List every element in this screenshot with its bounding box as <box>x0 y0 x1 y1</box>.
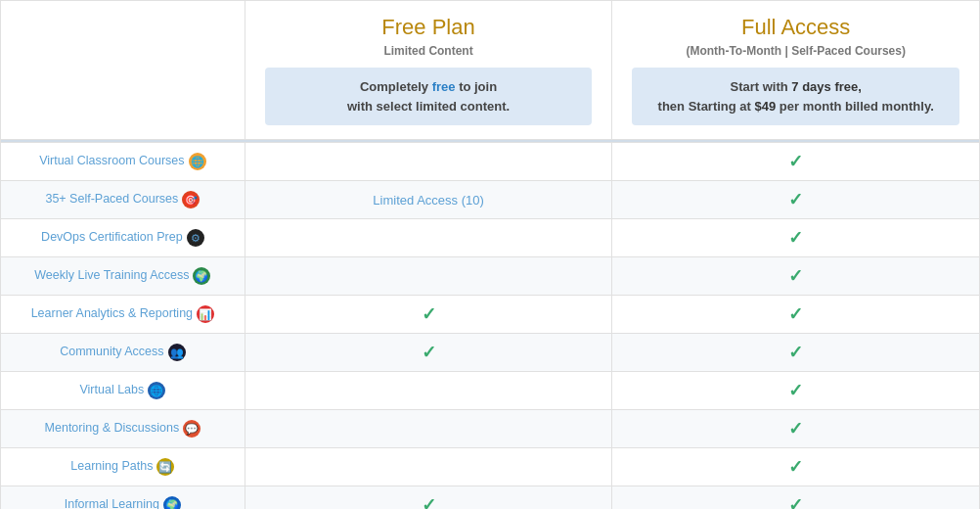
free-plan-header: Free Plan Limited Content Completely fre… <box>245 1 612 140</box>
full-plan-cell: ✓ <box>612 372 980 410</box>
full-plan-subtitle: (Month-To-Month | Self-Paced Courses) <box>632 44 959 58</box>
feature-label: Weekly Live Training Access <box>34 268 189 282</box>
feature-name-cell: Community Access👥 <box>1 334 245 372</box>
feature-name-cell: 35+ Self-Paced Courses🎯 <box>1 181 245 219</box>
full-plan-cell: ✓ <box>612 219 980 257</box>
feature-label: Mentoring & Discussions <box>45 421 180 435</box>
table-row: Virtual Classroom Courses🌐✓ <box>1 143 980 181</box>
feature-label: Virtual Labs <box>79 383 144 396</box>
checkmark: ✓ <box>788 457 803 477</box>
feature-name-cell: Learner Analytics & Reporting📊 <box>1 296 245 334</box>
feature-label: Learner Analytics & Reporting <box>31 306 193 320</box>
free-plan-cell <box>245 257 612 296</box>
full-plan-cell: ✓ <box>612 296 980 334</box>
checkmark: ✓ <box>422 304 436 324</box>
feature-icon: 💬 <box>183 420 200 438</box>
checkmark: ✓ <box>788 228 803 248</box>
feature-label: Informal Learning <box>65 497 159 509</box>
checkmark: ✓ <box>422 343 436 362</box>
checkmark: ✓ <box>788 304 803 324</box>
free-highlight-free-word: free <box>432 79 456 94</box>
checkmark: ✓ <box>788 495 803 509</box>
free-plan-subtitle: Limited Content <box>265 44 593 58</box>
feature-icon: 🎯 <box>182 191 200 208</box>
table-row: DevOps Certification Prep⚙✓ <box>1 219 980 257</box>
checkmark: ✓ <box>788 152 803 171</box>
free-plan-highlight: Completely free to joinwith select limit… <box>265 68 593 125</box>
feature-icon: 🔄 <box>156 458 174 476</box>
feature-icon: 📊 <box>197 305 214 323</box>
full-plan-cell: ✓ <box>612 486 980 510</box>
full-plan-cell: ✓ <box>612 334 980 372</box>
feature-name-cell: Weekly Live Training Access🌍 <box>1 257 245 296</box>
table-row: Weekly Live Training Access🌍✓ <box>1 257 980 296</box>
full-plan-cell: ✓ <box>612 181 980 219</box>
table-row: Mentoring & Discussions💬✓ <box>1 410 980 448</box>
full-plan-cell: ✓ <box>612 257 980 296</box>
feature-icon: ⚙ <box>187 229 204 247</box>
checkmark: ✓ <box>788 266 803 286</box>
full-highlight-days: 7 days free, <box>791 79 862 94</box>
feature-label: Learning Paths <box>70 459 153 473</box>
feature-header-empty <box>1 1 245 140</box>
checkmark: ✓ <box>788 343 803 362</box>
feature-label: Community Access <box>60 345 163 358</box>
free-plan-cell <box>245 372 612 410</box>
feature-label: Virtual Classroom Courses <box>39 154 184 167</box>
free-plan-title: Free Plan <box>265 15 593 40</box>
full-highlight-price: $49 <box>755 99 777 114</box>
table-row: Informal Learning🌍✓✓ <box>1 486 980 510</box>
table-row: Virtual Labs🌐✓ <box>1 372 980 410</box>
free-plan-cell: ✓ <box>245 486 612 510</box>
feature-name-cell: Virtual Labs🌐 <box>1 372 245 410</box>
table-row: Community Access👥✓✓ <box>1 334 980 372</box>
feature-name-cell: Learning Paths🔄 <box>1 448 245 486</box>
feature-icon: 🌍 <box>193 267 210 285</box>
feature-icon: 👥 <box>168 344 186 361</box>
feature-icon: 🌐 <box>148 382 165 399</box>
free-plan-cell <box>245 143 612 181</box>
checkmark: ✓ <box>422 495 436 509</box>
table-row: Learning Paths🔄✓ <box>1 448 980 486</box>
feature-label: 35+ Self-Paced Courses <box>45 192 178 206</box>
feature-name-cell: Virtual Classroom Courses🌐 <box>1 143 245 181</box>
full-plan-cell: ✓ <box>612 143 980 181</box>
free-plan-cell <box>245 448 612 486</box>
free-plan-cell <box>245 410 612 448</box>
full-plan-cell: ✓ <box>612 448 980 486</box>
free-plan-cell: ✓ <box>245 334 612 372</box>
pricing-table: Free Plan Limited Content Completely fre… <box>0 0 980 509</box>
feature-name-cell: Mentoring & Discussions💬 <box>1 410 245 448</box>
feature-name-cell: DevOps Certification Prep⚙ <box>1 219 245 257</box>
checkmark: ✓ <box>788 419 803 439</box>
table-row: 35+ Self-Paced Courses🎯Limited Access (1… <box>1 181 980 219</box>
full-plan-title: Full Access <box>632 15 959 40</box>
checkmark: ✓ <box>788 190 803 209</box>
free-plan-cell <box>245 219 612 257</box>
full-plan-cell: ✓ <box>612 410 980 448</box>
free-plan-cell: ✓ <box>245 296 612 334</box>
free-plan-cell: Limited Access (10) <box>245 181 612 219</box>
full-plan-highlight: Start with 7 days free, then Starting at… <box>632 68 959 125</box>
feature-name-cell: Informal Learning🌍 <box>1 486 245 510</box>
checkmark: ✓ <box>788 381 803 400</box>
feature-icon: 🌐 <box>189 153 206 170</box>
full-plan-header: Full Access (Month-To-Month | Self-Paced… <box>612 1 980 140</box>
feature-label: DevOps Certification Prep <box>41 230 183 244</box>
feature-icon: 🌍 <box>163 496 181 509</box>
table-row: Learner Analytics & Reporting📊✓✓ <box>1 296 980 334</box>
limited-access-label: Limited Access (10) <box>373 193 483 208</box>
